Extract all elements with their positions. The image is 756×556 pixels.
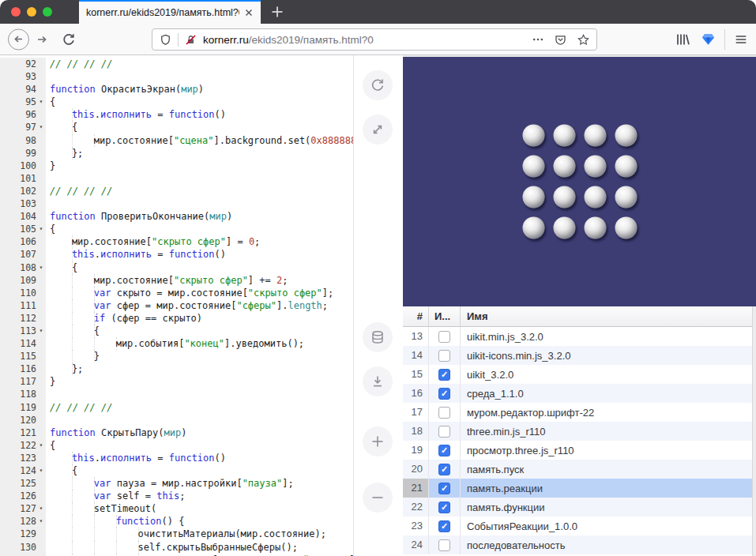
download-button[interactable] <box>363 366 393 396</box>
insecure-lock-icon[interactable] <box>184 33 197 47</box>
fold-marker-icon[interactable]: ▾ <box>36 223 46 235</box>
url-text[interactable]: kornerr.ru/ekids2019/память.html?0 <box>203 34 532 46</box>
table-row[interactable]: 21✓память.реакции <box>403 479 756 498</box>
window-zoom-button[interactable] <box>43 7 52 17</box>
table-row[interactable]: 15✓uikit_3.2.0 <box>403 365 756 384</box>
code-line[interactable]: 117} <box>0 375 353 388</box>
tab-close-icon[interactable] <box>243 6 255 19</box>
code-line[interactable]: 104function ПроверитьОкончание(мир) <box>0 210 353 223</box>
table-row[interactable]: 18three.min.js_r110 <box>403 422 756 441</box>
code-line[interactable]: 126var self = this; <box>0 490 353 502</box>
code-line[interactable]: 127▾setTimeout( <box>0 502 353 515</box>
row-checkbox[interactable] <box>438 350 450 362</box>
code-line[interactable]: 124▾{ <box>0 464 353 477</box>
refresh-button[interactable] <box>363 70 393 100</box>
table-row[interactable]: 23✓СобытияРеакции_1.0.0 <box>403 517 756 535</box>
code-line[interactable]: 129очиститьМатериалы(мир.состояние); <box>0 528 353 540</box>
table-scrollbar[interactable] <box>752 306 756 556</box>
code-line[interactable]: 113▾{ <box>0 325 353 337</box>
column-header-index[interactable]: # <box>403 306 429 326</box>
fold-marker-icon[interactable]: ▾ <box>36 261 46 274</box>
code-line[interactable]: 99}; <box>0 147 353 160</box>
fold-marker-icon[interactable]: ▾ <box>36 464 46 477</box>
code-line[interactable]: 98мир.состояние["сцена"].background.set(… <box>0 134 353 147</box>
code-line[interactable]: 121function СкрытьПару(мир) <box>0 426 353 439</box>
database-button[interactable] <box>363 322 393 352</box>
new-tab-button[interactable] <box>269 4 285 20</box>
row-checkbox[interactable]: ✓ <box>438 464 450 475</box>
row-checkbox[interactable] <box>438 539 450 551</box>
code-line[interactable]: 119// // // // <box>0 401 353 414</box>
row-checkbox[interactable]: ✓ <box>438 388 450 400</box>
minus-button[interactable] <box>363 483 393 513</box>
pocket-icon[interactable] <box>554 33 567 47</box>
code-line[interactable]: 100} <box>0 160 353 172</box>
fold-marker-icon[interactable]: ▾ <box>36 96 46 108</box>
table-row[interactable]: 19✓просмотр.three.js_r110 <box>403 441 756 460</box>
table-row[interactable]: 22✓память.функции <box>403 498 756 517</box>
3d-viewport[interactable] <box>403 55 756 306</box>
code-line[interactable]: 101 <box>0 172 353 185</box>
fold-marker-icon[interactable]: ▾ <box>36 515 46 528</box>
column-header-used[interactable]: И... <box>429 306 461 326</box>
extension-gem-button[interactable] <box>698 30 717 49</box>
code-line[interactable]: 130self.скрытьВыбранныеСферы(); <box>0 541 353 554</box>
code-line[interactable]: 111var сфер = мир.состояние["сферы"].len… <box>0 299 353 312</box>
code-line[interactable]: 125var пауза = мир.настройки["пауза"]; <box>0 477 353 490</box>
menu-button[interactable] <box>732 30 750 49</box>
plus-button[interactable] <box>363 426 393 456</box>
back-button[interactable] <box>8 28 29 50</box>
code-line[interactable]: 108▾{ <box>0 261 353 274</box>
active-tab[interactable]: kornerr.ru/ekids2019/память.html?0 <box>79 0 261 24</box>
code-line[interactable]: 123this.исполнить = function() <box>0 452 353 464</box>
table-row[interactable]: 16✓среда_1.1.0 <box>403 384 756 403</box>
forward-button[interactable] <box>33 31 51 48</box>
code-line[interactable]: 120 <box>0 414 353 426</box>
code-line[interactable]: 112if (сфер == скрыто) <box>0 312 353 325</box>
code-line[interactable]: 110var скрыто = мир.состояние["скрыто сф… <box>0 287 353 299</box>
code-editor[interactable]: 92// // // //9394function ОкраситьЭкран(… <box>0 55 354 556</box>
expand-button[interactable] <box>363 115 393 145</box>
code-line[interactable]: 103 <box>0 197 353 210</box>
shield-icon[interactable] <box>159 33 172 47</box>
code-line[interactable]: 107this.исполнить = function() <box>0 248 353 261</box>
fold-marker-icon[interactable]: ▾ <box>36 439 46 452</box>
code-line[interactable]: 128▾function() { <box>0 515 353 528</box>
row-checkbox[interactable]: ✓ <box>438 369 450 381</box>
code-line[interactable]: 115} <box>0 350 353 363</box>
reload-button[interactable] <box>60 31 77 48</box>
row-checkbox[interactable]: ✓ <box>438 483 450 494</box>
page-actions-icon[interactable] <box>532 33 544 46</box>
code-line[interactable]: 118 <box>0 388 353 400</box>
code-line[interactable]: 102// // // // <box>0 185 353 197</box>
fold-marker-icon[interactable]: ▾ <box>36 502 46 515</box>
row-checkbox[interactable]: ✓ <box>438 520 450 532</box>
row-checkbox[interactable] <box>438 331 450 343</box>
library-button[interactable] <box>673 30 692 49</box>
fold-marker-icon[interactable]: ▾ <box>36 325 46 337</box>
code-line[interactable]: 95▾{ <box>0 96 353 108</box>
code-line[interactable]: 116}; <box>0 363 353 375</box>
row-checkbox[interactable] <box>438 426 450 438</box>
code-line[interactable]: 105▾{ <box>0 223 353 235</box>
code-line[interactable]: 93 <box>0 70 353 83</box>
window-minimize-button[interactable] <box>27 7 36 17</box>
row-checkbox[interactable]: ✓ <box>438 502 450 513</box>
code-line[interactable]: 106мир.состояние["скрыто сфер"] = 0; <box>0 235 353 248</box>
table-row[interactable]: 24последовательность <box>403 535 756 554</box>
table-row[interactable]: 13uikit.min.js_3.2.0 <box>403 327 756 346</box>
fold-marker-icon[interactable]: ▾ <box>36 121 46 133</box>
table-row[interactable]: 14uikit-icons.min.js_3.2.0 <box>403 346 756 365</box>
code-line[interactable]: 92// // // // <box>0 58 353 70</box>
code-line[interactable]: 109мир.состояние["скрыто сфер"] += 2; <box>0 274 353 287</box>
row-checkbox[interactable]: ✓ <box>438 445 450 456</box>
code-line[interactable]: 94function ОкраситьЭкран(мир) <box>0 83 353 96</box>
window-close-button[interactable] <box>11 7 21 17</box>
code-line[interactable]: 122▾{ <box>0 439 353 452</box>
code-line[interactable]: 114мир.события["конец"].уведомить(); <box>0 337 353 350</box>
code-line[interactable]: 97▾{ <box>0 121 353 133</box>
url-bar[interactable]: kornerr.ru/ekids2019/память.html?0 <box>152 28 597 51</box>
row-checkbox[interactable] <box>438 407 450 419</box>
table-row[interactable]: 20✓память.пуск <box>403 460 756 479</box>
code-line[interactable]: 96this.исполнить = function() <box>0 108 353 121</box>
